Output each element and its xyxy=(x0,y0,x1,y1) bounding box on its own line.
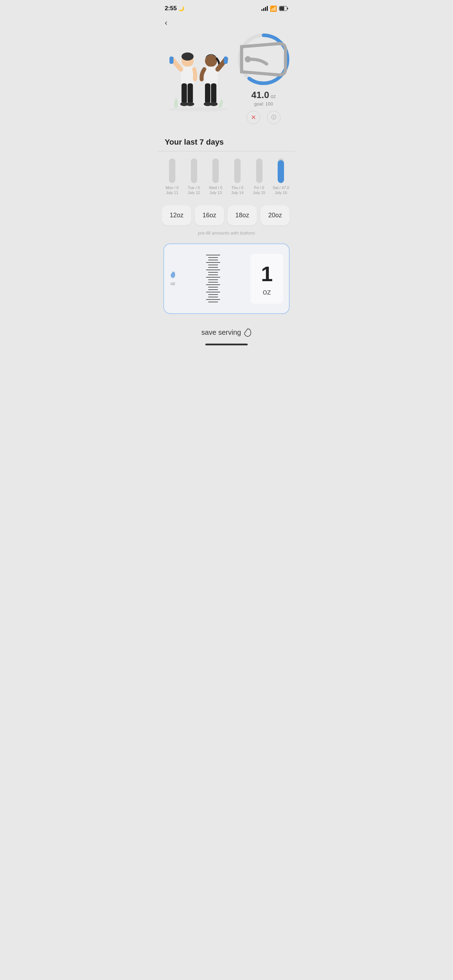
ruler xyxy=(176,255,251,302)
svg-rect-7 xyxy=(169,56,173,64)
save-serving-label: save serving xyxy=(202,328,241,337)
back-chevron-icon: ‹ xyxy=(165,18,167,27)
progress-ring xyxy=(235,31,292,88)
status-icons: 📶 xyxy=(261,5,288,12)
day-label: Mon / 0July 11 xyxy=(165,185,178,196)
info-button[interactable]: ⓘ xyxy=(267,111,280,124)
moon-icon: 🌙 xyxy=(178,6,184,11)
picker-unit: oz xyxy=(263,288,271,297)
svg-rect-9 xyxy=(188,83,193,103)
svg-rect-14 xyxy=(224,56,227,64)
ruler-line xyxy=(208,279,218,280)
day-column: Fri / 0July 15 xyxy=(248,158,270,196)
circle-center-content xyxy=(235,31,292,88)
home-indicator xyxy=(205,344,248,345)
svg-rect-15 xyxy=(205,83,210,103)
svg-point-5 xyxy=(182,52,194,60)
circle-actions: ✕ ⓘ xyxy=(246,111,280,124)
picker-oz-label: oz xyxy=(170,281,175,286)
dismiss-button[interactable]: ✕ xyxy=(246,111,260,124)
quick-add-button[interactable]: 18oz xyxy=(227,205,257,226)
wifi-icon: 📶 xyxy=(270,5,277,12)
save-serving-button[interactable]: save serving xyxy=(194,325,259,340)
quick-add-button[interactable]: 20oz xyxy=(261,205,290,226)
signal-icon xyxy=(261,6,268,11)
bar-track xyxy=(169,158,175,183)
save-section: save serving xyxy=(158,320,295,349)
day-column: Thu / 0July 14 xyxy=(227,158,248,196)
ruler-line xyxy=(206,262,220,263)
ruler-line xyxy=(208,257,218,258)
hero-section: 41.0 oz goal: 100 ✕ ⓘ xyxy=(158,27,295,131)
ruler-line xyxy=(208,272,218,273)
battery-icon xyxy=(279,6,288,11)
day-label: Wed / 0July 13 xyxy=(209,185,222,196)
ruler-line xyxy=(206,284,220,285)
svg-rect-16 xyxy=(211,83,216,103)
ruler-line xyxy=(208,289,218,290)
hero-illustration xyxy=(165,42,232,113)
progress-ring-container: 41.0 oz goal: 100 ✕ ⓘ xyxy=(235,31,292,124)
ruler-line xyxy=(208,264,218,265)
bar-track xyxy=(256,158,262,183)
day-label: Sat / 47.0July 16 xyxy=(273,185,289,196)
oz-unit: oz xyxy=(270,94,276,99)
day-label: Thu / 0July 14 xyxy=(231,185,243,196)
quick-add-section: 12oz16oz18oz20oz21oz pre-fill amounts wi… xyxy=(158,199,295,240)
svg-rect-1 xyxy=(280,7,285,11)
water-drop-save-icon xyxy=(244,328,251,337)
goal-text: goal: 100 xyxy=(254,101,273,107)
ruler-line xyxy=(206,292,220,293)
svg-point-18 xyxy=(210,102,218,106)
ruler-line xyxy=(208,287,218,288)
bar-track xyxy=(278,158,284,183)
ruler-line xyxy=(208,259,218,260)
ruler-line xyxy=(206,277,220,278)
amount-picker[interactable]: oz 1 oz xyxy=(163,243,290,314)
info-icon: ⓘ xyxy=(271,114,276,121)
svg-point-21 xyxy=(245,56,251,62)
ruler-line xyxy=(206,269,220,270)
water-drop-icon xyxy=(170,271,176,279)
ruler-line xyxy=(206,299,220,300)
ruler-line xyxy=(208,297,218,298)
status-bar: 2:55 🌙 📶 xyxy=(158,0,295,14)
svg-rect-8 xyxy=(182,83,187,103)
ruler-line xyxy=(208,267,218,268)
current-oz-value: 41.0 xyxy=(251,90,269,100)
svg-rect-2 xyxy=(287,8,288,10)
back-button[interactable]: ‹ xyxy=(158,14,174,27)
x-icon: ✕ xyxy=(251,114,256,121)
ruler-line xyxy=(208,274,218,275)
picker-value-display: 1 oz xyxy=(251,254,283,304)
quick-add-row: 12oz16oz18oz20oz21oz xyxy=(162,205,291,227)
svg-point-11 xyxy=(186,102,194,106)
day-label: Tue / 0July 12 xyxy=(188,185,200,196)
ruler-line xyxy=(208,282,218,283)
water-glass-icon xyxy=(235,31,292,88)
picker-value: 1 xyxy=(261,264,273,285)
picker-left: oz xyxy=(170,271,176,286)
svg-point-3 xyxy=(168,108,229,111)
quick-add-button[interactable]: 12oz xyxy=(162,205,191,226)
day-column: Tue / 0July 12 xyxy=(183,158,205,196)
ruler-line xyxy=(206,255,220,255)
bar-track xyxy=(212,158,219,183)
day-column: Wed / 0July 13 xyxy=(205,158,227,196)
day-column: Sat / 47.0July 16 xyxy=(270,158,292,196)
day-column: Mon / 0July 11 xyxy=(161,158,183,196)
bar-track xyxy=(234,158,241,183)
pre-fill-hint: pre-fill amounts with buttons xyxy=(162,227,291,238)
ruler-line xyxy=(208,294,218,295)
section-title: Your last 7 days xyxy=(158,131,295,151)
bar-track xyxy=(191,158,197,183)
bar-fill xyxy=(278,160,284,183)
quick-add-button[interactable]: 16oz xyxy=(195,205,224,226)
ruler-line xyxy=(208,302,218,302)
day-label: Fri / 0July 15 xyxy=(253,185,265,196)
status-time: 2:55 xyxy=(165,5,177,12)
weekly-chart: Mon / 0July 11 Tue / 0July 12 Wed / 0Jul… xyxy=(158,151,295,199)
svg-point-12 xyxy=(205,55,217,67)
